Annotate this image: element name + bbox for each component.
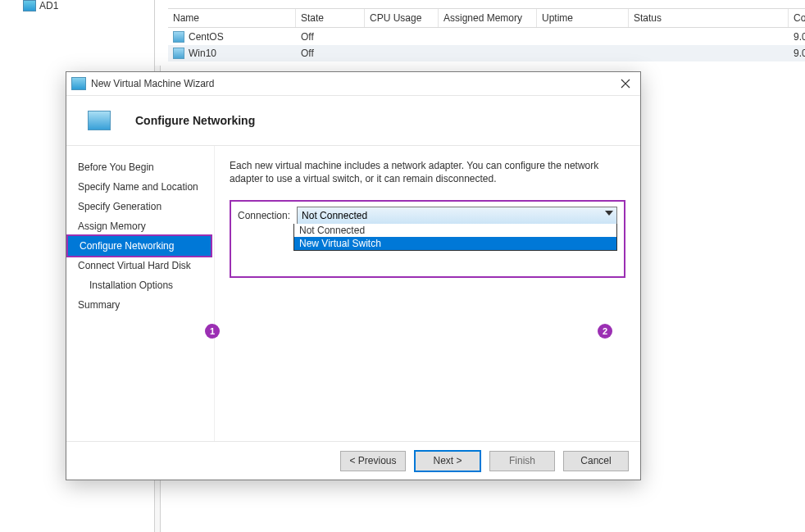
connection-dropdown[interactable]: Not Connected bbox=[297, 207, 617, 225]
vm-name: CentOS bbox=[189, 31, 224, 43]
vm-table-header: Name State CPU Usage Assigned Memory Upt… bbox=[168, 8, 805, 28]
col-uptime[interactable]: Uptime bbox=[537, 9, 629, 27]
server-icon bbox=[23, 0, 36, 11]
annotation-badge-1: 1 bbox=[205, 324, 220, 339]
network-icon bbox=[88, 111, 111, 130]
vm-table-body: CentOS Off 9.0 Win10 Off 9.0 bbox=[168, 29, 805, 61]
col-memory[interactable]: Assigned Memory bbox=[439, 9, 537, 27]
vm-state: Off bbox=[296, 48, 365, 59]
connection-area: Connection: Not Connected Not Connected … bbox=[230, 200, 625, 278]
col-name[interactable]: Name bbox=[168, 9, 296, 27]
connection-selected: Not Connected bbox=[302, 210, 367, 221]
wizard-heading: Configure Networking bbox=[135, 114, 255, 127]
wizard-icon bbox=[71, 77, 86, 90]
vm-name: Win10 bbox=[189, 48, 216, 59]
step-connect-vhd[interactable]: Connect Virtual Hard Disk bbox=[66, 256, 214, 275]
close-button[interactable] bbox=[616, 75, 635, 92]
step-installation-options[interactable]: Installation Options bbox=[66, 275, 214, 295]
dialog-title: New Virtual Machine Wizard bbox=[91, 78, 215, 89]
finish-button[interactable]: Finish bbox=[489, 451, 555, 471]
chevron-down-icon bbox=[605, 211, 613, 216]
col-cpu[interactable]: CPU Usage bbox=[365, 9, 439, 27]
col-co[interactable]: Co bbox=[789, 9, 805, 27]
wizard-footer: < Previous Next > Finish Cancel bbox=[66, 441, 640, 480]
previous-button[interactable]: < Previous bbox=[340, 451, 406, 471]
connection-option-new-virtual-switch[interactable]: New Virtual Switch bbox=[294, 237, 616, 250]
vm-icon bbox=[173, 31, 184, 43]
wizard-description: Each new virtual machine includes a netw… bbox=[230, 159, 625, 185]
vm-row[interactable]: CentOS Off 9.0 bbox=[168, 29, 805, 45]
step-summary[interactable]: Summary bbox=[66, 295, 214, 315]
col-status[interactable]: Status bbox=[629, 9, 789, 27]
step-specify-name[interactable]: Specify Name and Location bbox=[66, 177, 214, 197]
annotation-badge-2: 2 bbox=[598, 324, 612, 339]
cancel-button[interactable]: Cancel bbox=[563, 451, 629, 471]
next-button[interactable]: Next > bbox=[414, 450, 481, 472]
new-vm-wizard-dialog: New Virtual Machine Wizard Configure Net… bbox=[66, 71, 641, 480]
col-state[interactable]: State bbox=[296, 9, 365, 27]
step-assign-memory[interactable]: Assign Memory bbox=[66, 216, 214, 236]
tree-node-label: AD1 bbox=[39, 0, 58, 11]
step-before-you-begin[interactable]: Before You Begin bbox=[66, 157, 214, 177]
step-configure-networking[interactable]: Configure Networking bbox=[66, 234, 212, 257]
close-icon bbox=[621, 79, 630, 89]
tree-node-ad1[interactable]: AD1 bbox=[23, 0, 58, 11]
vm-row[interactable]: Win10 Off 9.0 bbox=[168, 45, 805, 61]
vm-state: Off bbox=[296, 31, 365, 43]
step-specify-generation[interactable]: Specify Generation bbox=[66, 197, 214, 216]
vm-icon bbox=[173, 48, 184, 59]
wizard-header: Configure Networking bbox=[66, 95, 640, 146]
connection-label: Connection: bbox=[238, 210, 290, 221]
vm-co: 9.0 bbox=[789, 48, 805, 59]
connection-dropdown-list: Not Connected New Virtual Switch bbox=[293, 224, 617, 251]
dialog-titlebar[interactable]: New Virtual Machine Wizard bbox=[66, 72, 640, 95]
connection-option-not-connected[interactable]: Not Connected bbox=[294, 224, 616, 237]
wizard-steps: Before You Begin Specify Name and Locati… bbox=[66, 146, 215, 441]
wizard-content: Each new virtual machine includes a netw… bbox=[215, 146, 640, 441]
vm-co: 9.0 bbox=[789, 31, 805, 43]
